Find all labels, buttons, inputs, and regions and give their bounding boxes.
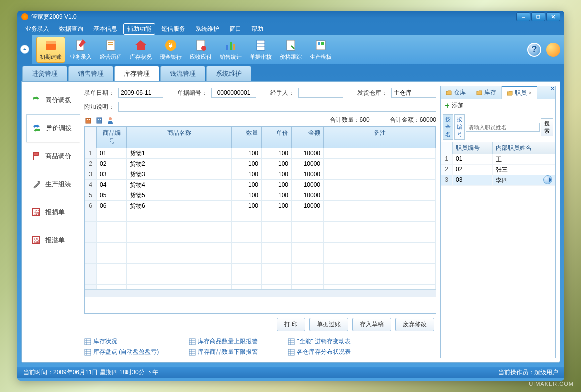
menu-0[interactable]: 业务录入 [21,24,53,35]
report-link[interactable]: 库存商品数量上限报警 [189,338,258,346]
svg-point-34 [109,118,112,120]
tab-4[interactable]: 系统维护 [206,66,251,82]
grid-header-remark[interactable]: 备注 [324,127,436,148]
employee-search-input[interactable] [466,123,540,132]
menu-1[interactable]: 数据查询 [55,24,87,35]
tab-close-icon[interactable]: × [529,90,532,96]
flag-icon [31,152,41,162]
grid-header-amount[interactable]: 金额 [292,127,324,148]
main-tabs: 进货管理销售管理库存管理钱流管理系统维护 [17,66,564,82]
employee-row[interactable]: 101王一 [441,154,555,165]
sidebar-item-0[interactable]: 同价调拨 [26,86,80,114]
horizontal-scrollbar[interactable] [85,290,436,298]
menu-2[interactable]: 基本信息 [89,24,121,35]
action-btn-2[interactable]: 存入草稿 [352,318,391,332]
menu-5[interactable]: 系统维护 [191,24,223,35]
grid-header-qty[interactable]: 数量 [232,127,262,148]
minimize-button[interactable] [516,12,530,22]
sidebar-item-5[interactable]: 溢报溢单 [26,226,80,254]
menu-3[interactable]: 辅助功能 [123,24,155,35]
panel-tab-1[interactable]: 库存 [471,86,502,99]
grid-header-price[interactable]: 单价 [262,127,292,148]
tool-tag[interactable]: 价格跟踪 [276,37,305,63]
search-by-code-button[interactable]: 按编号 [454,114,465,140]
tool-doc[interactable]: 经营历程 [96,37,125,63]
tab-3[interactable]: 钱流管理 [160,66,205,82]
svg-point-13 [201,46,206,51]
employee-row[interactable]: 202张三 [441,165,555,176]
menu-4[interactable]: 短信服务 [157,24,189,35]
menu-6[interactable]: 窗口 [225,24,245,35]
table-row[interactable]: 101货物110010010000 [85,148,436,159]
grid-header-rn[interactable] [85,127,97,148]
table-row-empty[interactable] [85,254,436,264]
action-btn-0[interactable]: 打 印 [277,318,305,332]
building2-icon[interactable] [95,116,103,124]
emp-header-ename[interactable]: 内部职员姓名 [493,142,555,154]
collapse-toolbar-button[interactable] [20,45,29,54]
tool-sheet[interactable]: 单据审核 [246,37,275,63]
panel-tab-2[interactable]: 职员× [502,86,537,99]
close-button[interactable] [546,12,560,22]
globe-icon[interactable] [546,43,560,57]
tool-calendar[interactable]: 初期建账 [36,37,65,63]
tool-template[interactable]: 生产模板 [306,37,335,63]
tab-1[interactable]: 销售管理 [68,66,113,82]
doc-number-input[interactable] [211,88,256,98]
add-button[interactable]: + 添加 [444,102,464,110]
maximize-button[interactable] [531,12,545,22]
report-link[interactable]: 库存盘点 (自动盘盈盘亏) [84,348,159,356]
search-button[interactable]: 搜索 [541,118,553,136]
row-arrow-icon[interactable] [543,176,552,184]
sidebar-item-4[interactable]: 损报损单 [26,198,80,226]
table-row[interactable]: 202货物210010010000 [85,159,436,170]
sidebar-item-3[interactable]: 生产组装 [26,170,80,198]
table-row[interactable]: 606货物610010010000 [85,201,436,212]
person-icon[interactable] [106,116,114,124]
menu-7[interactable]: 帮助 [247,24,267,35]
date-input[interactable] [118,88,163,98]
handler-input[interactable] [298,88,343,98]
tool-house[interactable]: 库存状况 [126,37,155,63]
table-row[interactable]: 505货物510010010000 [85,190,436,201]
table-row-empty[interactable] [85,212,436,222]
tool-receipt[interactable]: 应收应付 [186,37,215,63]
emp-header-ecode[interactable]: 职员编号 [453,142,493,154]
report-link[interactable]: 库存商品数量下限报警 [189,348,258,356]
panel-tab-0[interactable]: 仓库 [441,86,471,99]
tool-pen[interactable]: 业务录入 [66,37,95,63]
table-row-empty[interactable] [85,274,436,285]
grid-header-code[interactable]: 商品编号 [97,127,127,148]
panel-close-button[interactable]: × [551,86,554,92]
tab-0[interactable]: 进货管理 [22,66,67,82]
app-window: 管家婆2009 V1.0 业务录入数据查询基本信息辅助功能短信服务系统维护窗口帮… [17,11,564,381]
app-icon [21,14,28,20]
grid-header-name[interactable]: 商品名称 [127,127,232,148]
svg-rect-28 [86,118,91,124]
table-row[interactable]: 404货物410010010000 [85,180,436,190]
emp-header-ern[interactable] [441,142,453,154]
table-row-empty[interactable] [85,264,436,274]
sidebar-item-1[interactable]: 异价调拨 [26,114,80,142]
tool-money[interactable]: ¥现金银行 [156,37,185,63]
table-row-empty[interactable] [85,222,436,232]
building1-icon[interactable] [84,116,92,124]
warehouse-input[interactable] [391,88,436,98]
titlebar[interactable]: 管家婆2009 V1.0 [17,11,564,23]
search-by-name-button[interactable]: 按全名 [443,114,453,140]
action-btn-1[interactable]: 单据过账 [309,318,348,332]
tool-chart[interactable]: 销售统计 [216,37,245,63]
tab-2[interactable]: 库存管理 [114,66,159,82]
sidebar-item-2[interactable]: 商品调价 [26,142,80,170]
report-link[interactable]: 各仓库存分布状况表 [288,348,351,356]
report-link[interactable]: 库存状况 [84,338,159,346]
help-icon[interactable]: ? [527,43,541,57]
table-row[interactable]: 303货物310010010000 [85,170,436,180]
table-row-empty[interactable] [85,285,436,290]
note-input[interactable] [118,102,436,112]
action-btn-3[interactable]: 废弃修改 [395,318,434,332]
table-row-empty[interactable] [85,243,436,254]
report-link[interactable]: "全能" 进销存变动表 [288,338,351,346]
table-row-empty[interactable] [85,232,436,243]
employee-row[interactable]: 303李四 [441,176,555,186]
